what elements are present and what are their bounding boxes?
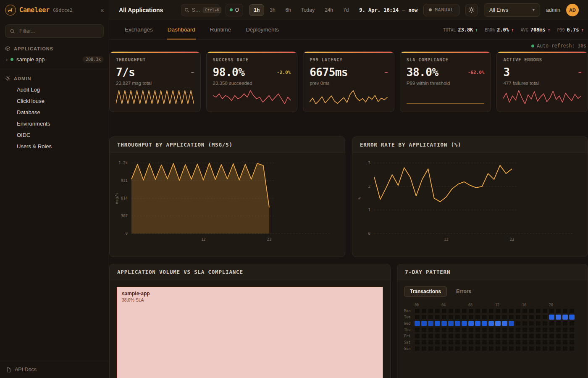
heatmap-cell[interactable]	[562, 308, 568, 313]
heatmap-cell[interactable]	[529, 346, 534, 351]
heatmap-cell[interactable]	[536, 321, 541, 326]
heatmap-cell[interactable]	[428, 321, 433, 326]
heatmap-cell[interactable]	[488, 333, 494, 339]
heatmap-cell[interactable]	[509, 340, 514, 345]
manual-refresh-button[interactable]: MANUAL	[423, 4, 459, 16]
heatmap-cell[interactable]	[421, 346, 427, 351]
heatmap-cell[interactable]	[536, 333, 541, 339]
heatmap-cell[interactable]	[462, 346, 467, 351]
heatmap-cell[interactable]	[475, 315, 480, 320]
heatmap-cell[interactable]	[421, 315, 427, 320]
sidebar-collapse-button[interactable]: «	[100, 7, 104, 13]
heatmap-cell[interactable]	[569, 308, 575, 313]
heatmap-cell[interactable]	[542, 346, 548, 351]
heatmap-cell[interactable]	[509, 327, 514, 332]
heatmap-cell[interactable]	[468, 308, 474, 313]
time-range-24h[interactable]: 24h	[320, 4, 338, 16]
heatmap-cell[interactable]	[462, 321, 467, 326]
heatmap-cell[interactable]	[522, 327, 528, 332]
chevron-right-icon[interactable]: ›	[6, 57, 8, 63]
env-select[interactable]: All Envs ▾	[484, 3, 540, 17]
heatmap-cell[interactable]	[502, 315, 507, 320]
heatmap-cell[interactable]	[502, 327, 507, 332]
heatmap-cell[interactable]	[502, 340, 507, 345]
filter-input[interactable]	[18, 28, 99, 34]
tab-dashboard[interactable]: Dashboard	[167, 20, 196, 39]
heatmap-cell[interactable]	[441, 333, 447, 339]
sidebar-item-audit-log[interactable]: Audit Log	[0, 84, 109, 95]
sidebar-item-clickhouse[interactable]: ClickHouse	[0, 95, 109, 107]
heatmap-cell[interactable]	[435, 333, 440, 339]
heatmap-cell[interactable]	[448, 333, 454, 339]
heatmap-cell[interactable]	[509, 346, 514, 351]
heatmap-cell[interactable]	[428, 308, 433, 313]
heatmap-cell[interactable]	[421, 340, 427, 345]
heatmap-cell[interactable]	[435, 327, 440, 332]
heatmap-cell[interactable]	[415, 327, 420, 332]
heatmap-cell[interactable]	[549, 321, 554, 326]
heatmap-cell[interactable]	[428, 340, 433, 345]
api-docs-link[interactable]: API Docs	[0, 361, 109, 378]
heatmap-cell[interactable]	[488, 327, 494, 332]
heatmap-cell[interactable]	[482, 346, 487, 351]
heatmap-cell[interactable]	[515, 315, 521, 320]
heatmap-cell[interactable]	[515, 346, 521, 351]
heatmap-cell[interactable]	[542, 340, 548, 345]
heatmap-cell[interactable]	[542, 308, 548, 313]
heatmap-cell[interactable]	[462, 308, 467, 313]
heatmap-cell[interactable]	[448, 327, 454, 332]
heatmap-cell[interactable]	[475, 308, 480, 313]
heatmap-cell[interactable]	[468, 315, 474, 320]
heatmap-cell[interactable]	[448, 346, 454, 351]
heatmap-cell[interactable]	[468, 346, 474, 351]
heatmap-cell[interactable]	[515, 321, 521, 326]
treemap-node-sample-app[interactable]: sample-app 38.0% SLA	[117, 287, 383, 378]
heatmap-cell[interactable]	[441, 346, 447, 351]
heatmap-cell[interactable]	[569, 315, 575, 320]
heatmap-cell[interactable]	[455, 327, 460, 332]
heatmap-cell[interactable]	[549, 333, 554, 339]
heatmap-cell[interactable]	[462, 340, 467, 345]
theme-toggle-button[interactable]	[465, 4, 478, 16]
global-search[interactable]: S… Ctrl+K	[181, 4, 220, 16]
heatmap-cell[interactable]	[495, 315, 501, 320]
heatmap-cell[interactable]	[475, 346, 480, 351]
heatmap-cell[interactable]	[421, 333, 427, 339]
heatmap-cell[interactable]	[421, 321, 427, 326]
heatmap-cell[interactable]	[428, 333, 433, 339]
heatmap-cell[interactable]	[562, 321, 568, 326]
heatmap-cell[interactable]	[475, 333, 480, 339]
heatmap-cell[interactable]	[522, 321, 528, 326]
heatmap-cell[interactable]	[529, 340, 534, 345]
heatmap-cell[interactable]	[455, 333, 460, 339]
heatmap-cell[interactable]	[488, 315, 494, 320]
heatmap-cell[interactable]	[435, 346, 440, 351]
heatmap-cell[interactable]	[542, 327, 548, 332]
heatmap-cell[interactable]	[468, 340, 474, 345]
user-avatar[interactable]: AD	[566, 4, 579, 16]
heatmap-cell[interactable]	[468, 333, 474, 339]
heatmap-cell[interactable]	[556, 308, 561, 313]
heatmap-cell[interactable]	[448, 308, 454, 313]
heatmap-cell[interactable]	[428, 346, 433, 351]
heatmap-cell[interactable]	[462, 333, 467, 339]
heatmap-cell[interactable]	[475, 340, 480, 345]
heatmap-cell[interactable]	[562, 315, 568, 320]
heatmap-cell[interactable]	[441, 340, 447, 345]
heatmap-cell[interactable]	[482, 327, 487, 332]
heatmap-cell[interactable]	[468, 327, 474, 332]
heatmap-cell[interactable]	[502, 308, 507, 313]
heatmap-cell[interactable]	[455, 346, 460, 351]
heatmap-cell[interactable]	[556, 346, 561, 351]
heatmap-cell[interactable]	[488, 321, 494, 326]
heatmap-cell[interactable]	[415, 308, 420, 313]
heatmap-cell[interactable]	[549, 340, 554, 345]
heatmap-cell[interactable]	[549, 327, 554, 332]
heatmap-cell[interactable]	[536, 308, 541, 313]
heatmap-cell[interactable]	[542, 315, 548, 320]
heatmap-cell[interactable]	[556, 333, 561, 339]
pattern-tab-errors[interactable]: Errors	[450, 286, 477, 297]
time-range-1h[interactable]: 1h	[249, 4, 264, 16]
heatmap-cell[interactable]	[435, 321, 440, 326]
heatmap-cell[interactable]	[522, 308, 528, 313]
